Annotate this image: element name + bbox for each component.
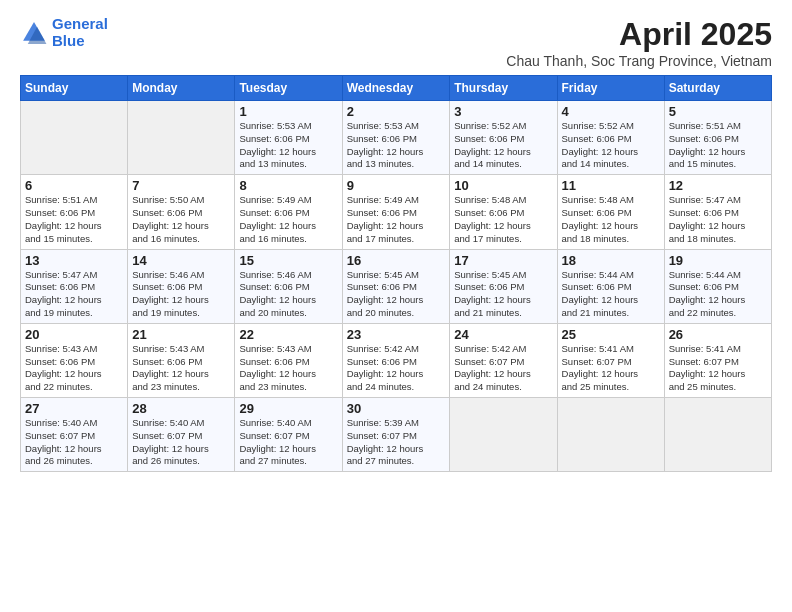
day-detail: Sunrise: 5:47 AM Sunset: 6:06 PM Dayligh… — [25, 269, 123, 320]
day-cell: 5Sunrise: 5:51 AM Sunset: 6:06 PM Daylig… — [664, 101, 771, 175]
day-cell: 25Sunrise: 5:41 AM Sunset: 6:07 PM Dayli… — [557, 323, 664, 397]
day-number: 25 — [562, 327, 660, 342]
main-title: April 2025 — [506, 16, 772, 53]
day-number: 1 — [239, 104, 337, 119]
day-number: 24 — [454, 327, 552, 342]
day-cell: 18Sunrise: 5:44 AM Sunset: 6:06 PM Dayli… — [557, 249, 664, 323]
day-detail: Sunrise: 5:42 AM Sunset: 6:06 PM Dayligh… — [347, 343, 446, 394]
day-detail: Sunrise: 5:39 AM Sunset: 6:07 PM Dayligh… — [347, 417, 446, 468]
day-detail: Sunrise: 5:43 AM Sunset: 6:06 PM Dayligh… — [132, 343, 230, 394]
day-cell: 2Sunrise: 5:53 AM Sunset: 6:06 PM Daylig… — [342, 101, 450, 175]
day-cell: 9Sunrise: 5:49 AM Sunset: 6:06 PM Daylig… — [342, 175, 450, 249]
day-cell: 15Sunrise: 5:46 AM Sunset: 6:06 PM Dayli… — [235, 249, 342, 323]
day-detail: Sunrise: 5:45 AM Sunset: 6:06 PM Dayligh… — [454, 269, 552, 320]
day-cell: 26Sunrise: 5:41 AM Sunset: 6:07 PM Dayli… — [664, 323, 771, 397]
day-number: 21 — [132, 327, 230, 342]
day-detail: Sunrise: 5:52 AM Sunset: 6:06 PM Dayligh… — [562, 120, 660, 171]
day-detail: Sunrise: 5:51 AM Sunset: 6:06 PM Dayligh… — [25, 194, 123, 245]
day-cell: 27Sunrise: 5:40 AM Sunset: 6:07 PM Dayli… — [21, 398, 128, 472]
day-detail: Sunrise: 5:48 AM Sunset: 6:06 PM Dayligh… — [454, 194, 552, 245]
day-number: 12 — [669, 178, 767, 193]
col-header-tuesday: Tuesday — [235, 76, 342, 101]
calendar-table: SundayMondayTuesdayWednesdayThursdayFrid… — [20, 75, 772, 472]
day-number: 14 — [132, 253, 230, 268]
day-number: 23 — [347, 327, 446, 342]
logo-line1: General — [52, 15, 108, 32]
col-header-sunday: Sunday — [21, 76, 128, 101]
day-number: 4 — [562, 104, 660, 119]
day-cell: 17Sunrise: 5:45 AM Sunset: 6:06 PM Dayli… — [450, 249, 557, 323]
day-cell: 24Sunrise: 5:42 AM Sunset: 6:07 PM Dayli… — [450, 323, 557, 397]
day-cell: 19Sunrise: 5:44 AM Sunset: 6:06 PM Dayli… — [664, 249, 771, 323]
day-cell: 30Sunrise: 5:39 AM Sunset: 6:07 PM Dayli… — [342, 398, 450, 472]
logo: General Blue — [20, 16, 108, 49]
day-cell: 4Sunrise: 5:52 AM Sunset: 6:06 PM Daylig… — [557, 101, 664, 175]
day-cell: 7Sunrise: 5:50 AM Sunset: 6:06 PM Daylig… — [128, 175, 235, 249]
week-row-2: 6Sunrise: 5:51 AM Sunset: 6:06 PM Daylig… — [21, 175, 772, 249]
day-detail: Sunrise: 5:43 AM Sunset: 6:06 PM Dayligh… — [25, 343, 123, 394]
day-number: 13 — [25, 253, 123, 268]
week-row-3: 13Sunrise: 5:47 AM Sunset: 6:06 PM Dayli… — [21, 249, 772, 323]
day-detail: Sunrise: 5:51 AM Sunset: 6:06 PM Dayligh… — [669, 120, 767, 171]
day-cell: 21Sunrise: 5:43 AM Sunset: 6:06 PM Dayli… — [128, 323, 235, 397]
day-cell: 6Sunrise: 5:51 AM Sunset: 6:06 PM Daylig… — [21, 175, 128, 249]
day-number: 28 — [132, 401, 230, 416]
logo-text: General Blue — [52, 16, 108, 49]
day-number: 3 — [454, 104, 552, 119]
day-detail: Sunrise: 5:46 AM Sunset: 6:06 PM Dayligh… — [132, 269, 230, 320]
col-header-thursday: Thursday — [450, 76, 557, 101]
calendar-header-row: SundayMondayTuesdayWednesdayThursdayFrid… — [21, 76, 772, 101]
week-row-5: 27Sunrise: 5:40 AM Sunset: 6:07 PM Dayli… — [21, 398, 772, 472]
day-cell: 23Sunrise: 5:42 AM Sunset: 6:06 PM Dayli… — [342, 323, 450, 397]
day-cell: 20Sunrise: 5:43 AM Sunset: 6:06 PM Dayli… — [21, 323, 128, 397]
day-detail: Sunrise: 5:50 AM Sunset: 6:06 PM Dayligh… — [132, 194, 230, 245]
day-cell — [21, 101, 128, 175]
day-detail: Sunrise: 5:49 AM Sunset: 6:06 PM Dayligh… — [347, 194, 446, 245]
day-detail: Sunrise: 5:43 AM Sunset: 6:06 PM Dayligh… — [239, 343, 337, 394]
day-detail: Sunrise: 5:53 AM Sunset: 6:06 PM Dayligh… — [239, 120, 337, 171]
header: General Blue April 2025 Chau Thanh, Soc … — [20, 16, 772, 69]
day-number: 7 — [132, 178, 230, 193]
day-number: 9 — [347, 178, 446, 193]
day-detail: Sunrise: 5:49 AM Sunset: 6:06 PM Dayligh… — [239, 194, 337, 245]
day-number: 18 — [562, 253, 660, 268]
day-number: 22 — [239, 327, 337, 342]
day-cell: 10Sunrise: 5:48 AM Sunset: 6:06 PM Dayli… — [450, 175, 557, 249]
day-cell: 12Sunrise: 5:47 AM Sunset: 6:06 PM Dayli… — [664, 175, 771, 249]
logo-line2: Blue — [52, 32, 85, 49]
day-number: 20 — [25, 327, 123, 342]
logo-icon — [20, 19, 48, 47]
day-cell — [557, 398, 664, 472]
subtitle: Chau Thanh, Soc Trang Province, Vietnam — [506, 53, 772, 69]
day-number: 26 — [669, 327, 767, 342]
day-detail: Sunrise: 5:46 AM Sunset: 6:06 PM Dayligh… — [239, 269, 337, 320]
day-number: 17 — [454, 253, 552, 268]
day-detail: Sunrise: 5:41 AM Sunset: 6:07 PM Dayligh… — [669, 343, 767, 394]
day-detail: Sunrise: 5:45 AM Sunset: 6:06 PM Dayligh… — [347, 269, 446, 320]
week-row-4: 20Sunrise: 5:43 AM Sunset: 6:06 PM Dayli… — [21, 323, 772, 397]
day-detail: Sunrise: 5:44 AM Sunset: 6:06 PM Dayligh… — [562, 269, 660, 320]
day-detail: Sunrise: 5:40 AM Sunset: 6:07 PM Dayligh… — [25, 417, 123, 468]
col-header-monday: Monday — [128, 76, 235, 101]
day-cell — [128, 101, 235, 175]
day-number: 6 — [25, 178, 123, 193]
day-number: 10 — [454, 178, 552, 193]
day-cell: 3Sunrise: 5:52 AM Sunset: 6:06 PM Daylig… — [450, 101, 557, 175]
day-cell: 14Sunrise: 5:46 AM Sunset: 6:06 PM Dayli… — [128, 249, 235, 323]
col-header-friday: Friday — [557, 76, 664, 101]
col-header-wednesday: Wednesday — [342, 76, 450, 101]
day-cell: 8Sunrise: 5:49 AM Sunset: 6:06 PM Daylig… — [235, 175, 342, 249]
day-detail: Sunrise: 5:47 AM Sunset: 6:06 PM Dayligh… — [669, 194, 767, 245]
day-number: 15 — [239, 253, 337, 268]
day-number: 8 — [239, 178, 337, 193]
col-header-saturday: Saturday — [664, 76, 771, 101]
day-number: 19 — [669, 253, 767, 268]
day-detail: Sunrise: 5:41 AM Sunset: 6:07 PM Dayligh… — [562, 343, 660, 394]
title-block: April 2025 Chau Thanh, Soc Trang Provinc… — [506, 16, 772, 69]
day-cell: 11Sunrise: 5:48 AM Sunset: 6:06 PM Dayli… — [557, 175, 664, 249]
day-number: 16 — [347, 253, 446, 268]
week-row-1: 1Sunrise: 5:53 AM Sunset: 6:06 PM Daylig… — [21, 101, 772, 175]
day-number: 2 — [347, 104, 446, 119]
day-number: 5 — [669, 104, 767, 119]
day-cell: 28Sunrise: 5:40 AM Sunset: 6:07 PM Dayli… — [128, 398, 235, 472]
